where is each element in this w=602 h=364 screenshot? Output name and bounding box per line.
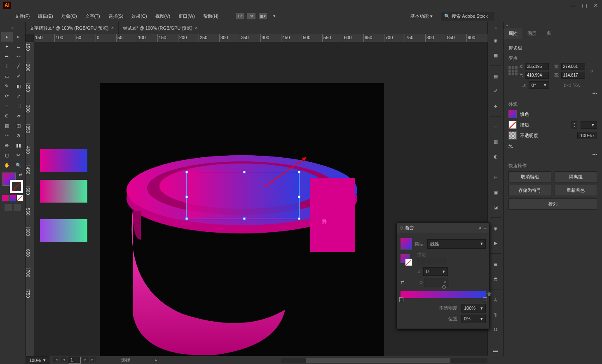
- bridge-icon[interactable]: Br: [236, 13, 244, 19]
- pathfinder-panel-icon[interactable]: ◪: [491, 203, 500, 212]
- libraries-panel-icon[interactable]: ▬: [491, 346, 500, 355]
- eyedropper-tool[interactable]: ✑: [1, 131, 13, 140]
- gradient-swatch-3[interactable]: [40, 219, 87, 242]
- reverse-gradient-icon[interactable]: ⇄: [401, 280, 404, 285]
- gradient-stop-left[interactable]: [399, 297, 403, 302]
- collapse-panel-icon[interactable]: ››: [478, 225, 481, 230]
- type-tool[interactable]: T: [1, 61, 13, 71]
- width-input[interactable]: [561, 63, 585, 70]
- swap-colors-icon[interactable]: ⇄: [19, 173, 22, 177]
- height-input[interactable]: [561, 72, 585, 79]
- fill-color-swatch[interactable]: [508, 110, 517, 118]
- color-panel-icon[interactable]: ◉: [491, 36, 500, 45]
- flip-h-icon[interactable]: ▷◁: [564, 82, 571, 88]
- zoom-tool[interactable]: 🔍: [13, 160, 24, 170]
- asset-export-icon[interactable]: ◓: [491, 274, 500, 283]
- gradient-tool[interactable]: ◫: [13, 121, 24, 131]
- more-options-icon[interactable]: •••: [508, 89, 597, 97]
- arrange-docs-icon[interactable]: ▦▾: [259, 13, 267, 19]
- search-stock-input[interactable]: 🔍搜索 Adobe Stock: [441, 12, 494, 21]
- color-swatches[interactable]: ⇄: [2, 173, 23, 193]
- scale-tool[interactable]: ⤢: [13, 91, 24, 101]
- type-panel-icon[interactable]: A: [491, 295, 500, 304]
- arrange-button[interactable]: 排列: [508, 198, 597, 210]
- layers-panel-icon[interactable]: ≣: [491, 259, 500, 268]
- gradient-panel[interactable]: ◇ 渐变 ›› ≡ 类型: 线性▾ 描边: ⊿ 0°▾: [397, 222, 490, 329]
- gradient-swatch-2[interactable]: [40, 180, 87, 203]
- pen-tool[interactable]: ✒: [1, 51, 13, 61]
- gradient-panel-icon[interactable]: ▥: [491, 137, 500, 146]
- selection-tool[interactable]: ▸: [1, 32, 13, 42]
- flip-v-icon[interactable]: ▽△: [573, 82, 580, 88]
- stroke-panel-icon[interactable]: ≡: [491, 122, 500, 131]
- y-input[interactable]: [525, 72, 549, 79]
- menu-effect[interactable]: 效果(C): [129, 12, 149, 21]
- opacity-input[interactable]: 100%›: [577, 132, 597, 139]
- stroke-swatch[interactable]: [10, 180, 23, 193]
- lasso-tool[interactable]: ⊂: [13, 42, 24, 51]
- stop-opacity-input[interactable]: 100%▾: [461, 304, 486, 313]
- gpu-icon[interactable]: ↯: [270, 13, 279, 19]
- close-tab-icon[interactable]: ×: [111, 25, 114, 31]
- last-artboard-button[interactable]: ▸|: [90, 357, 96, 362]
- transparency-panel-icon[interactable]: ◐: [491, 152, 500, 161]
- isolate-button[interactable]: 隔离组: [555, 171, 597, 182]
- menu-help[interactable]: 帮助(H): [201, 12, 221, 21]
- align-panel-icon[interactable]: ⊫: [491, 173, 500, 182]
- more-options-icon[interactable]: •••: [508, 150, 597, 159]
- brushes-panel-icon[interactable]: ✐: [491, 86, 500, 96]
- slice-tool[interactable]: ✂: [13, 150, 24, 160]
- graphic-styles-icon[interactable]: ▶: [491, 238, 500, 247]
- menu-window[interactable]: 窗口(W): [176, 12, 197, 21]
- selection-bounds[interactable]: [186, 172, 300, 219]
- symbol-sprayer-tool[interactable]: ❋: [1, 140, 13, 150]
- glyphs-panel-icon[interactable]: О: [491, 325, 500, 334]
- menu-type[interactable]: 文字(T): [83, 12, 103, 21]
- artboard-tool[interactable]: ▢: [1, 150, 13, 160]
- direct-selection-tool[interactable]: ▹: [13, 32, 24, 42]
- blend-tool[interactable]: ⊙: [13, 131, 24, 140]
- opacity-swatch[interactable]: [508, 131, 517, 140]
- gradient-preview-swatch[interactable]: [401, 238, 412, 250]
- appearance-panel-icon[interactable]: ◉: [491, 224, 500, 233]
- hand-tool[interactable]: ✋: [1, 160, 13, 170]
- panel-menu-icon[interactable]: ≡: [484, 225, 487, 230]
- stroke-weight-input[interactable]: ▾: [581, 121, 597, 129]
- paragraph-panel-icon[interactable]: ¶: [491, 310, 500, 319]
- horizontal-scrollbar[interactable]: [281, 358, 487, 363]
- shape-builder-tool[interactable]: ⊕: [1, 111, 13, 121]
- x-input[interactable]: [525, 63, 549, 70]
- none-mode-icon[interactable]: [17, 195, 23, 201]
- eraser-tool[interactable]: ◧: [13, 81, 24, 91]
- zoom-select[interactable]: 100%▾: [26, 356, 49, 364]
- document-tab-active[interactable]: 文字绕转.ai* @ 100% (RGB/GPU 预览)×: [26, 22, 119, 34]
- transform-panel-icon[interactable]: ▣: [491, 188, 500, 197]
- prev-artboard-button[interactable]: ◂: [61, 357, 67, 362]
- stroke-weight-stepper[interactable]: ▴▾: [572, 121, 577, 128]
- tab-properties[interactable]: 属性: [504, 28, 522, 39]
- stock-icon[interactable]: St: [247, 13, 255, 19]
- next-artboard-button[interactable]: ▸: [82, 357, 89, 362]
- mesh-tool[interactable]: ▦: [1, 121, 13, 131]
- fx-button[interactable]: fx.: [508, 142, 597, 150]
- screen-mode-full[interactable]: [14, 204, 21, 211]
- anchor-reference[interactable]: [508, 66, 518, 75]
- menu-object[interactable]: 对象(O): [59, 12, 80, 21]
- save-symbol-button[interactable]: 存储为符号: [508, 185, 551, 196]
- gradient-mode-icon[interactable]: [9, 195, 16, 201]
- gradient-angle-input[interactable]: 0°▾: [423, 267, 448, 276]
- color-guide-icon[interactable]: ▦: [491, 51, 500, 60]
- gradient-stop-right[interactable]: [483, 297, 487, 302]
- first-artboard-button[interactable]: |◂: [53, 357, 59, 362]
- document-tab[interactable]: 尝试.ai* @ 100% (RGB/GPU 预览)×: [119, 22, 203, 34]
- shaper-tool[interactable]: ✎: [1, 81, 13, 91]
- curvature-tool[interactable]: 〰: [13, 51, 24, 61]
- maximize-button[interactable]: ▢: [581, 2, 587, 8]
- rotate-tool[interactable]: ⟳: [1, 91, 13, 101]
- swatches-panel-icon[interactable]: ▤: [491, 72, 500, 81]
- free-transform-tool[interactable]: ⬚: [13, 101, 24, 111]
- gradient-slider[interactable]: [401, 291, 486, 298]
- menu-file[interactable]: 文件(F): [12, 12, 32, 21]
- rectangle-tool[interactable]: ▭: [1, 71, 13, 81]
- gradient-fillstroke-swatch[interactable]: [401, 254, 410, 263]
